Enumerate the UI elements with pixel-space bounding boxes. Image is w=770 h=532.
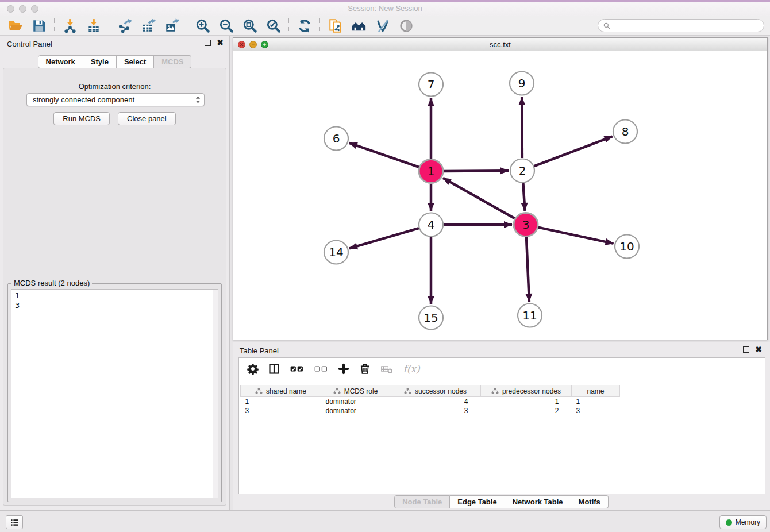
tab-motifs[interactable]: Motifs: [571, 495, 609, 508]
task-history-button[interactable]: [6, 515, 23, 529]
mcds-result-title: MCDS result (2 nodes): [11, 279, 92, 287]
toolbar-separator: [109, 18, 109, 33]
edge-4-14[interactable]: [349, 228, 419, 248]
import-table-icon[interactable]: [82, 17, 105, 34]
table-cell[interactable]: 1: [241, 397, 321, 406]
select-all-icon[interactable]: [290, 363, 304, 375]
tab-style[interactable]: Style: [83, 55, 117, 68]
vizmapper-icon[interactable]: [371, 17, 394, 34]
graph-node-3[interactable]: 3: [514, 213, 538, 237]
node-table-row[interactable]: 1dominator411: [241, 397, 620, 406]
edge-3-11[interactable]: [526, 237, 529, 302]
node-label: 2: [519, 164, 526, 178]
table-cell[interactable]: 1: [572, 397, 620, 406]
run-mcds-button[interactable]: Run MCDS: [53, 112, 110, 125]
criterion-value: strongly connected component: [33, 95, 195, 104]
edge-1-2[interactable]: [444, 171, 509, 171]
node-label: 10: [619, 240, 634, 253]
import-network-icon[interactable]: [58, 17, 82, 34]
float-panel-icon[interactable]: [205, 40, 211, 46]
column-header-MCDS-role[interactable]: MCDS role: [321, 385, 390, 397]
edge-2-9[interactable]: [522, 97, 522, 158]
table-cell[interactable]: dominator: [321, 406, 390, 415]
graph-node-11[interactable]: 11: [518, 304, 542, 327]
float-table-panel-icon[interactable]: [743, 346, 749, 353]
column-header-shared-name[interactable]: shared name: [241, 385, 321, 397]
column-header-predecessor-nodes[interactable]: predecessor nodes: [481, 385, 572, 397]
search-box[interactable]: [598, 19, 764, 32]
delete-icon[interactable]: [359, 363, 371, 375]
edge-1-6[interactable]: [349, 143, 419, 167]
table-cell[interactable]: 4: [390, 397, 481, 406]
tab-select[interactable]: Select: [117, 55, 154, 68]
add-icon[interactable]: [338, 363, 349, 375]
mcds-result-list[interactable]: 13: [11, 289, 218, 498]
save-session-icon[interactable]: [27, 17, 51, 34]
table-cell[interactable]: 3: [241, 406, 321, 415]
tab-network-table[interactable]: Network Table: [505, 495, 571, 508]
zoom-selected-icon[interactable]: [261, 17, 285, 34]
graph-node-14[interactable]: 14: [324, 241, 348, 264]
column-type-icon: [491, 387, 499, 395]
open-session-icon[interactable]: [3, 17, 27, 34]
graph-node-15[interactable]: 15: [419, 306, 443, 330]
criterion-dropdown[interactable]: strongly connected component: [26, 93, 205, 106]
tab-node-table[interactable]: Node Table: [394, 495, 450, 508]
graph-node-6[interactable]: 6: [324, 127, 348, 151]
node-label: 15: [424, 311, 438, 325]
refresh-icon[interactable]: [292, 17, 316, 34]
control-panel-title: Control Panel: [7, 40, 52, 48]
mcds-result-line: 1: [15, 291, 214, 300]
deselect-all-icon[interactable]: [314, 363, 328, 375]
edge-3-1[interactable]: [443, 178, 515, 218]
column-header-successor-nodes[interactable]: successor nodes: [390, 385, 481, 397]
export-network-icon[interactable]: [113, 17, 136, 34]
table-cell[interactable]: 1: [481, 397, 572, 406]
clone-network-icon[interactable]: [324, 17, 347, 34]
table-toolbar: f(x): [239, 358, 765, 380]
column-label: MCDS role: [344, 387, 378, 395]
tab-edge-table[interactable]: Edge Table: [450, 495, 505, 508]
column-manager-icon[interactable]: [268, 363, 280, 375]
table-cell[interactable]: 3: [390, 406, 481, 415]
home-icon[interactable]: [347, 17, 371, 34]
node-label: 3: [522, 218, 530, 232]
graph-node-2[interactable]: 2: [510, 159, 534, 183]
table-cell[interactable]: 2: [481, 406, 572, 415]
close-panel-icon[interactable]: ✖: [217, 40, 224, 46]
network-window-titlebar[interactable]: ✕ − + scc.txt: [233, 38, 767, 51]
edge-2-3[interactable]: [523, 183, 525, 211]
memory-button[interactable]: Memory: [719, 515, 767, 529]
edge-2-8[interactable]: [534, 137, 613, 167]
table-cell[interactable]: 3: [572, 406, 620, 415]
graph-node-1[interactable]: 1: [419, 160, 443, 183]
node-table-row[interactable]: 3dominator323: [241, 406, 620, 415]
network-canvas[interactable]: 1234678910111415: [233, 51, 767, 340]
export-table-icon[interactable]: [136, 17, 160, 34]
column-header-name[interactable]: name: [572, 385, 620, 397]
search-input[interactable]: [614, 22, 759, 30]
graph-node-8[interactable]: 8: [613, 120, 637, 144]
graph-node-9[interactable]: 9: [510, 72, 534, 95]
close-table-panel-icon[interactable]: ✖: [755, 346, 762, 353]
graph-node-7[interactable]: 7: [419, 73, 443, 97]
graph-node-4[interactable]: 4: [419, 213, 443, 237]
list-icon: [10, 518, 20, 527]
close-panel-button[interactable]: Close panel: [118, 112, 176, 125]
table-cell[interactable]: dominator: [321, 397, 390, 406]
zoom-fit-icon[interactable]: [238, 17, 261, 34]
tab-mcds[interactable]: MCDS: [154, 55, 191, 68]
function-builder-icon: f(x): [403, 363, 420, 375]
network-graph[interactable]: 1234678910111415: [233, 51, 767, 340]
node-label: 7: [428, 78, 435, 91]
window-titlebar: Session: New Session: [0, 0, 770, 16]
table-settings-icon[interactable]: [247, 363, 259, 375]
result-scrollbar[interactable]: [213, 290, 218, 498]
zoom-out-icon[interactable]: [214, 17, 238, 34]
zoom-in-icon[interactable]: [191, 17, 214, 34]
edge-3-10[interactable]: [538, 228, 614, 244]
tab-network[interactable]: Network: [38, 55, 83, 68]
hide-icon[interactable]: [394, 17, 418, 34]
graph-node-10[interactable]: 10: [615, 235, 639, 259]
export-image-icon[interactable]: [160, 17, 183, 34]
